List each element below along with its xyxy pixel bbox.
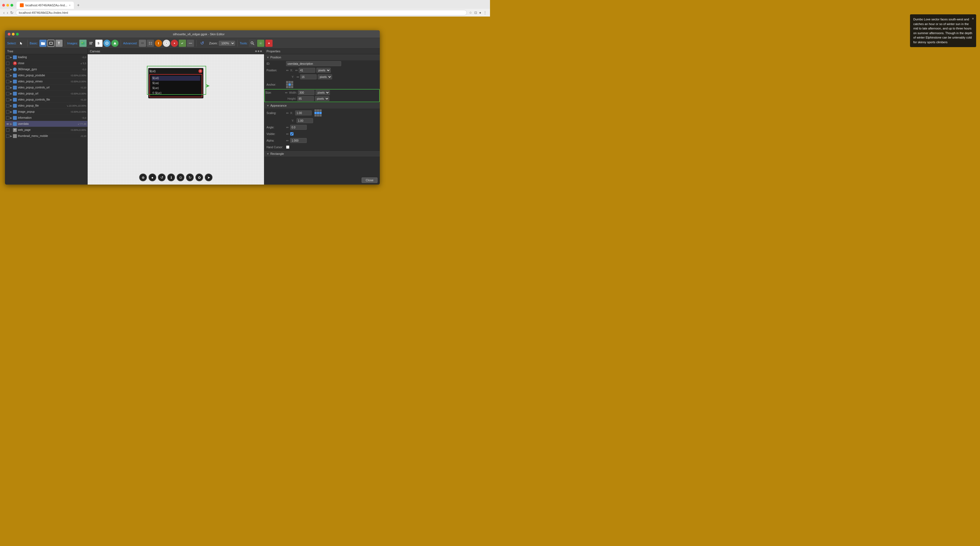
- canvas-tool-link[interactable]: ↻: [186, 173, 194, 181]
- zoom-select[interactable]: 100%: [219, 41, 235, 46]
- y-position-input[interactable]: [300, 75, 317, 79]
- address-bar[interactable]: [16, 10, 466, 16]
- expand-icon[interactable]: ▶: [10, 74, 13, 77]
- expand-icon[interactable]: ▶: [10, 80, 13, 83]
- width-input[interactable]: [298, 90, 315, 95]
- center-bl[interactable]: [315, 114, 317, 116]
- tree-item[interactable]: ▶ loading ↑0,0: [5, 54, 88, 60]
- browser-tab[interactable]: localhost:49746/Alk0ZAu-/ind... ×: [16, 2, 74, 9]
- win-close-light[interactable]: [8, 33, 11, 35]
- tool-color-button[interactable]: [257, 40, 264, 47]
- close-button[interactable]: Close: [361, 178, 377, 183]
- center-tc[interactable]: [317, 110, 319, 111]
- forward-button[interactable]: ›: [7, 11, 8, 15]
- back-button[interactable]: ‹: [3, 11, 5, 15]
- undo-button[interactable]: ↺: [199, 40, 206, 47]
- widget-row[interactable]: © $(uc): [151, 90, 200, 95]
- center-bc[interactable]: [317, 114, 319, 116]
- tree-item[interactable]: ✕ close ↙5,5: [5, 60, 88, 67]
- tree-item[interactable]: ▶ video_popup_youtube ↑0.00%,0.00%: [5, 73, 88, 78]
- visible-checkbox[interactable]: [290, 132, 293, 135]
- tree-item[interactable]: ▶ video_popup_controls_url ↑0,10: [5, 84, 88, 90]
- tree-checkbox[interactable]: [6, 92, 10, 95]
- image-btn-3[interactable]: S: [95, 40, 102, 47]
- height-unit-select[interactable]: pixels: [315, 96, 329, 101]
- adv-btn-4[interactable]: [163, 40, 170, 47]
- expand-icon[interactable]: ▶: [10, 68, 13, 71]
- alpha-input[interactable]: [290, 138, 307, 143]
- canvas-tool-flower[interactable]: ✿: [196, 173, 203, 181]
- tree-checkbox[interactable]: [6, 86, 10, 89]
- width-unit-select[interactable]: pixels: [315, 90, 330, 95]
- scale-x-input[interactable]: [295, 111, 312, 116]
- center-grid[interactable]: [315, 110, 321, 116]
- tabs-icon[interactable]: ⊡: [474, 11, 477, 14]
- image-btn-1[interactable]: [80, 40, 86, 47]
- scale-y-input[interactable]: [296, 118, 313, 123]
- maximize-traffic-light[interactable]: [11, 4, 13, 6]
- tree-checkbox[interactable]: [6, 135, 10, 138]
- tree-item[interactable]: T web_page ↑0.00%,0.00%: [5, 127, 88, 133]
- canvas-tool-add[interactable]: ⊕: [139, 173, 147, 181]
- canvas-tool-circle[interactable]: ●: [148, 173, 156, 181]
- tree-checkbox[interactable]: [6, 104, 10, 108]
- menu-icon[interactable]: ⋮: [484, 11, 487, 14]
- center-mc[interactable]: [317, 112, 319, 114]
- adv-btn-2[interactable]: [147, 40, 154, 47]
- tree-item[interactable]: ▶ information ↑0,0: [5, 115, 88, 121]
- basic-rect-button[interactable]: [48, 40, 54, 47]
- expand-icon[interactable]: ▶: [10, 92, 13, 95]
- center-br[interactable]: [320, 114, 321, 116]
- expand-icon[interactable]: ▶: [10, 86, 13, 89]
- canvas-tool-arrow[interactable]: ➤: [205, 173, 213, 181]
- center-tl[interactable]: [315, 110, 317, 111]
- adv-btn-7[interactable]: [187, 40, 194, 47]
- tree-checkbox[interactable]: [6, 74, 10, 77]
- canvas-menu-dots[interactable]: [255, 51, 262, 52]
- adv-btn-5[interactable]: [171, 40, 178, 47]
- anchor-cell-bc[interactable]: [288, 86, 291, 88]
- expand-icon[interactable]: ▶: [10, 122, 13, 125]
- reload-button[interactable]: ↻: [10, 11, 13, 15]
- tree-item[interactable]: ▶ 360image_gyro ↑0,0: [5, 67, 88, 73]
- angle-input[interactable]: [290, 125, 307, 130]
- minimize-traffic-light[interactable]: [6, 4, 9, 6]
- height-input[interactable]: [298, 96, 314, 101]
- image-btn-5[interactable]: [111, 40, 118, 47]
- widget-row-selected[interactable]: $(ud): [151, 76, 200, 81]
- anchor-cell-tr[interactable]: [291, 81, 293, 83]
- tree-item[interactable]: ▶ thumbnail_menu_mobile ↓0,10: [5, 133, 88, 139]
- tree-checkbox[interactable]: [6, 129, 10, 132]
- basic-text-button[interactable]: T: [56, 40, 62, 47]
- tree-checkbox[interactable]: [6, 98, 10, 102]
- center-tr[interactable]: [320, 110, 321, 111]
- tree-item[interactable]: ▶ image_popup ↑0.00%,0.00%: [5, 109, 88, 115]
- expand-icon[interactable]: ▶: [10, 111, 13, 113]
- adv-btn-1[interactable]: [139, 40, 146, 47]
- anchor-cell-tc[interactable]: [288, 81, 291, 83]
- expand-icon[interactable]: ▶: [10, 56, 13, 59]
- anchor-grid[interactable]: [286, 81, 293, 88]
- expand-icon[interactable]: ▶: [10, 98, 13, 101]
- tree-item[interactable]: ▶ video_popup_vimeo ↑0.00%,0.00%: [5, 78, 88, 84]
- tree-item[interactable]: ▶ video_popup_file ↘10.00%,10.00%: [5, 103, 88, 109]
- id-input[interactable]: [286, 61, 341, 66]
- anchor-cell-tl[interactable]: [286, 81, 288, 83]
- canvas-tool-dots[interactable]: ⊙: [177, 173, 185, 181]
- basic-folder-button[interactable]: [40, 40, 46, 47]
- tree-checkbox[interactable]: [6, 110, 10, 114]
- canvas-area[interactable]: $(ut) ✕ $(ud) $(ua) $(ue) © $(uc) ➤ ⊕: [88, 54, 264, 184]
- profile-icon[interactable]: ●: [479, 11, 481, 14]
- tool-extra-button[interactable]: [266, 40, 272, 47]
- anchor-cell-br[interactable]: [291, 86, 293, 88]
- center-ml[interactable]: [315, 112, 317, 114]
- anchor-cell-ml[interactable]: [286, 84, 288, 86]
- x-unit-select[interactable]: pixels: [317, 68, 331, 73]
- adv-btn-6[interactable]: [179, 40, 186, 47]
- tree-item[interactable]: ▶ video_popup_url ↑0.00%,0.00%: [5, 90, 88, 97]
- canvas-tool-info[interactable]: ℹ: [167, 173, 175, 181]
- tree-checkbox[interactable]: [6, 116, 10, 119]
- widget-row[interactable]: $(ue): [151, 86, 200, 90]
- adv-btn-3[interactable]: [155, 40, 162, 47]
- appearance-section-header[interactable]: ▼ Appearance: [264, 103, 380, 108]
